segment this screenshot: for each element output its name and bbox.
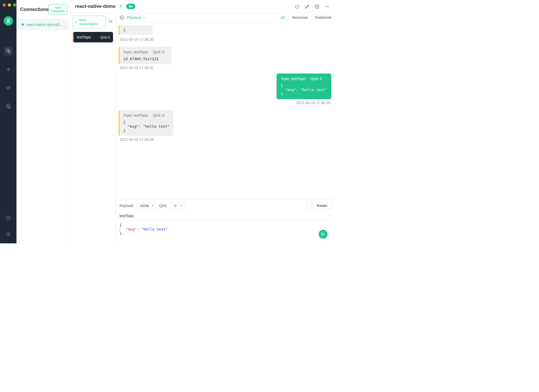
connection-item[interactable]: react-native-demo@... xyxy=(18,19,68,30)
subscription-name: testTopic xyxy=(77,35,91,39)
qos-select[interactable]: 0 xyxy=(171,202,184,209)
svg-point-8 xyxy=(327,6,328,7)
message-timestamp: 2022-05-19 17:40:26 xyxy=(120,137,331,142)
connection-name: react-native-demo@... xyxy=(26,23,63,27)
maximize-window-button[interactable] xyxy=(13,3,16,7)
message-body: id_67485:Test123 xyxy=(123,57,168,61)
status-dot-icon xyxy=(22,24,24,26)
main-header: react-native-demo 56 xyxy=(70,0,335,13)
filter-all[interactable]: All xyxy=(281,15,285,20)
sidebar xyxy=(0,0,16,243)
subscription-qos: QoS 0 xyxy=(100,35,110,39)
radio-icon xyxy=(311,204,315,208)
svg-point-9 xyxy=(328,6,329,7)
svg-point-7 xyxy=(325,6,326,7)
message-count-badge: 56 xyxy=(126,4,135,9)
minimize-window-button[interactable] xyxy=(8,3,11,7)
connections-panel: Connections New Collection react-native-… xyxy=(16,0,70,243)
nav-settings-icon[interactable] xyxy=(4,230,13,239)
nav-log-icon[interactable] xyxy=(4,102,13,110)
retain-label: Retain xyxy=(317,204,327,208)
message-qos: QoS: 0 xyxy=(153,50,165,54)
message-body: } xyxy=(119,25,153,35)
message-timestamp: 2022-05-19 17:38:42 xyxy=(120,66,331,70)
new-subscription-label: New Subscription xyxy=(79,18,104,26)
messages-column: ? Plaintext All Received Published xyxy=(116,13,335,243)
nav-info-icon[interactable] xyxy=(4,214,13,222)
topic-input[interactable]: testTopic xyxy=(120,211,331,221)
message-received: Topic: testTopic QoS: 0 id_67485:Test123 xyxy=(119,45,331,64)
payload-editor[interactable]: { "msg": "hello test" } xyxy=(120,221,331,241)
close-window-button[interactable] xyxy=(3,3,6,7)
filter-received[interactable]: Received xyxy=(292,15,307,20)
message-body: { "msg": "hello test" } xyxy=(281,83,327,96)
app-logo xyxy=(4,16,13,26)
format-select[interactable]: Plaintext xyxy=(127,15,146,20)
message-body: { "msg": "hello test" } xyxy=(123,120,170,133)
message-received: Topic: testTopic QoS: 0 { "msg": "hello … xyxy=(119,109,331,136)
message-qos: QoS: 0 xyxy=(153,113,165,117)
svg-point-5 xyxy=(8,234,9,235)
messages-toolbar: ? Plaintext All Received Published xyxy=(116,13,335,22)
publish-bar: Payload: JSON QoS: 0 Retain testTopic xyxy=(116,199,335,243)
divider xyxy=(311,15,312,20)
chevron-down-icon xyxy=(328,214,331,218)
message-topic: Topic: testTopic xyxy=(123,50,148,54)
new-window-button[interactable] xyxy=(315,4,320,9)
message-qos: QoS: 0 xyxy=(311,77,322,81)
format-value: Plaintext xyxy=(127,15,141,20)
filter-published[interactable]: Published xyxy=(315,15,332,20)
message-timestamp: 2022-05-19 17:38:30 xyxy=(120,37,331,42)
connections-title: Connections xyxy=(20,7,49,12)
nav-scripts-icon[interactable] xyxy=(4,83,13,92)
retain-toggle[interactable]: Retain xyxy=(307,202,331,209)
send-button[interactable] xyxy=(319,230,328,239)
messages-list[interactable]: } 2022-05-19 17:38:30 Topic: testTopic Q… xyxy=(116,22,335,199)
collapse-subscriptions-icon[interactable] xyxy=(108,19,113,25)
help-icon[interactable]: ? xyxy=(120,15,124,20)
message-received: } xyxy=(119,24,331,36)
message-topic: Topic: testTopic xyxy=(123,113,148,117)
message-topic: Topic: testTopic xyxy=(281,77,306,81)
more-menu-button[interactable] xyxy=(324,4,330,9)
divider xyxy=(288,15,289,20)
disconnect-button[interactable] xyxy=(295,4,300,9)
message-published: Topic: testTopic QoS: 0 { "msg": "hello … xyxy=(119,74,331,99)
message-timestamp: 2022-05-19 17:40:26 xyxy=(119,101,330,105)
payload-select[interactable]: JSON xyxy=(137,202,156,209)
window-controls xyxy=(3,3,16,7)
edit-button[interactable] xyxy=(305,4,310,9)
payload-label: Payload: xyxy=(120,204,134,208)
expand-chevron-icon[interactable] xyxy=(119,4,123,9)
qos-label: QoS: xyxy=(159,204,167,208)
new-subscription-button[interactable]: New Subscription xyxy=(72,16,106,28)
connection-title: react-native-demo xyxy=(75,4,116,9)
nav-add-icon[interactable] xyxy=(4,65,13,74)
main-area: react-native-demo 56 xyxy=(70,0,335,243)
subscriptions-column: New Subscription testTopic QoS 0 xyxy=(70,13,116,243)
nav-connections-icon[interactable] xyxy=(4,47,13,55)
new-collection-button[interactable]: New Collection xyxy=(49,4,67,15)
subscription-item[interactable]: testTopic QoS 0 xyxy=(72,32,113,42)
